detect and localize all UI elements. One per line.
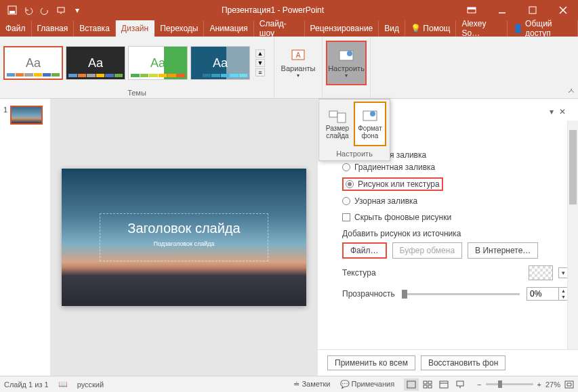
reading-view-icon[interactable]: [436, 378, 451, 391]
svg-rect-13: [329, 111, 337, 117]
zoom-in-icon[interactable]: +: [537, 380, 541, 389]
tab-design[interactable]: Дизайн: [116, 20, 154, 37]
theme-4[interactable]: Aa: [190, 46, 250, 80]
window-title: Презентация1 - PowerPoint: [89, 5, 456, 15]
customize-icon: [338, 48, 354, 64]
tab-home[interactable]: Главная: [32, 20, 75, 37]
svg-rect-20: [424, 385, 427, 388]
minimize-icon[interactable]: [487, 0, 517, 20]
transparency-spinner[interactable]: ▲▼: [527, 287, 569, 301]
normal-view-icon[interactable]: [404, 378, 419, 391]
svg-rect-22: [440, 381, 448, 388]
transparency-slider[interactable]: [402, 293, 520, 295]
transparency-input[interactable]: [527, 288, 558, 300]
apply-all-button[interactable]: Применить ко всем: [327, 355, 415, 370]
slide-title-placeholder[interactable]: Заголовок слайда: [127, 221, 240, 236]
tab-help[interactable]: 💡 Помощ: [405, 20, 456, 37]
svg-point-12: [347, 51, 352, 56]
pane-options-icon[interactable]: ▾: [547, 106, 556, 118]
spin-down-icon[interactable]: ▼: [558, 294, 568, 300]
slideshow-view-icon[interactable]: [453, 378, 468, 391]
themes-group-label: Темы: [3, 87, 270, 98]
maximize-icon[interactable]: [517, 0, 548, 20]
svg-rect-6: [529, 7, 536, 14]
svg-rect-21: [428, 385, 432, 388]
clipboard-button: Буфер обмена: [392, 242, 463, 259]
radio-gradient-fill[interactable]: Градиентная заливка: [342, 162, 569, 172]
svg-rect-1: [9, 11, 15, 14]
theme-1[interactable]: Aa: [3, 46, 63, 80]
transparency-label: Прозрачность: [342, 289, 395, 299]
themes-scroll-up-icon[interactable]: ▲: [255, 49, 265, 58]
qat-more-icon[interactable]: ▾: [70, 3, 84, 17]
file-button[interactable]: Файл…: [342, 242, 387, 259]
slide-size-button[interactable]: Размер слайда: [321, 102, 354, 146]
spellcheck-icon[interactable]: 📖: [58, 380, 68, 389]
pane-close-icon[interactable]: ✕: [556, 106, 569, 118]
svg-rect-24: [457, 381, 463, 386]
person-icon: 👤: [513, 24, 523, 33]
collapse-ribbon-icon[interactable]: ㅅ: [567, 85, 575, 97]
slide-canvas[interactable]: Заголовок слайда Подзаголовок слайда: [51, 99, 317, 376]
theme-3[interactable]: Aa: [128, 46, 188, 80]
svg-rect-2: [58, 7, 64, 12]
chk-hide-bg[interactable]: Скрыть фоновые рисунки: [342, 213, 569, 222]
tab-view[interactable]: Вид: [379, 20, 405, 37]
slide-subtitle-placeholder[interactable]: Подзаголовок слайда: [127, 240, 240, 247]
undo-icon[interactable]: [22, 3, 35, 17]
slide-thumbnails-panel: 1: [0, 99, 51, 376]
radio-pattern-fill[interactable]: Узорная заливка: [342, 196, 569, 206]
popup-group-label: Настроить: [319, 148, 390, 160]
tab-slideshow[interactable]: Слайд-шоу: [254, 20, 305, 37]
theme-2[interactable]: Aa: [66, 46, 125, 80]
sorter-view-icon[interactable]: [420, 378, 435, 391]
tab-animations[interactable]: Анимация: [204, 20, 253, 37]
online-button[interactable]: В Интернете…: [468, 242, 538, 259]
zoom-slider[interactable]: [486, 383, 533, 385]
customize-button[interactable]: Настроить ▾: [326, 41, 367, 85]
zoom-level[interactable]: 27%: [545, 380, 560, 389]
svg-rect-14: [337, 113, 346, 123]
svg-text:A: A: [296, 51, 301, 59]
redo-icon[interactable]: [38, 3, 51, 17]
ribbon-options-icon[interactable]: [456, 0, 487, 20]
notes-button[interactable]: ≐ Заметки: [293, 380, 330, 389]
svg-rect-19: [428, 381, 432, 384]
zoom-out-icon[interactable]: −: [477, 380, 481, 389]
svg-rect-17: [407, 381, 415, 388]
texture-picker[interactable]: [529, 265, 553, 280]
slide-mini-preview: [10, 106, 43, 125]
slide-count[interactable]: Слайд 1 из 1: [4, 380, 49, 389]
slide-number: 1: [3, 106, 7, 125]
radio-picture-fill[interactable]: Рисунок или текстура: [342, 177, 443, 191]
save-icon[interactable]: [5, 3, 19, 17]
slide[interactable]: Заголовок слайда Подзаголовок слайда: [62, 169, 306, 306]
themes-more-icon[interactable]: ≡: [255, 68, 265, 77]
variants-button[interactable]: A Варианты ▾: [278, 41, 318, 85]
svg-rect-18: [424, 381, 427, 384]
fit-to-window-icon[interactable]: [564, 380, 574, 389]
pane-scrollbar[interactable]: [567, 121, 578, 349]
customize-dropdown: Размер слайда Формат фона Настроить: [318, 99, 390, 161]
tab-review[interactable]: Рецензирование: [305, 20, 379, 37]
tab-transitions[interactable]: Переходы: [154, 20, 204, 37]
variants-icon: A: [290, 48, 306, 64]
reset-bg-button[interactable]: Восстановить фон: [421, 355, 505, 370]
slide-thumb-1[interactable]: 1: [3, 106, 47, 125]
user-name[interactable]: Alexey So…: [456, 20, 507, 37]
spin-up-icon[interactable]: ▲: [558, 288, 568, 294]
format-bg-icon: [360, 108, 379, 125]
tab-insert[interactable]: Вставка: [74, 20, 116, 37]
themes-scroll-down-icon[interactable]: ▼: [255, 59, 265, 67]
share-button[interactable]: 👤 Общий доступ: [508, 20, 578, 37]
tab-file[interactable]: Файл: [0, 20, 32, 37]
close-icon[interactable]: [548, 0, 578, 20]
insert-from-label: Добавить рисунок из источника: [342, 229, 569, 238]
slide-size-icon: [328, 108, 347, 125]
svg-point-16: [370, 111, 375, 116]
svg-rect-25: [565, 381, 573, 388]
comments-button[interactable]: 💬 Примечания: [340, 380, 395, 389]
start-from-beginning-icon[interactable]: [54, 3, 68, 17]
language-label[interactable]: русский: [77, 380, 104, 389]
format-background-button[interactable]: Формат фона: [354, 102, 386, 146]
